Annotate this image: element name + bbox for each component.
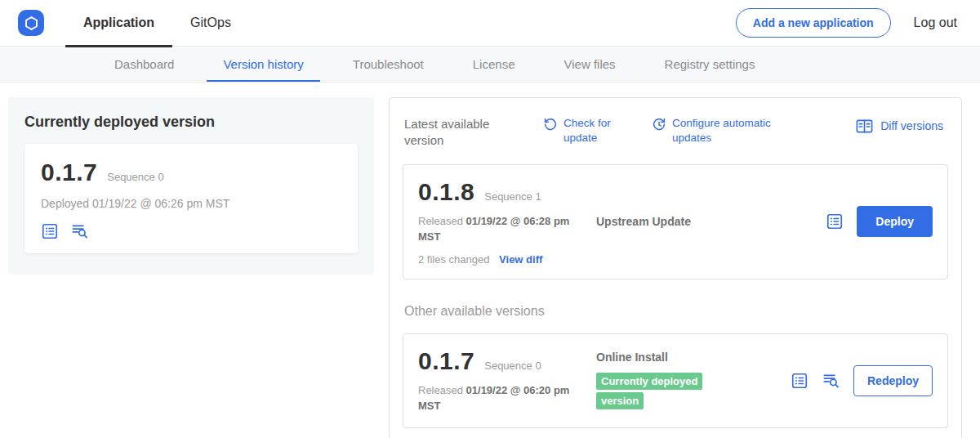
- subnav-license[interactable]: License: [448, 47, 540, 82]
- currently-deployed-title: Currently deployed version: [24, 114, 358, 131]
- latest-available-title: Latest available version: [404, 116, 509, 150]
- view-diff-link[interactable]: View diff: [499, 253, 542, 266]
- subnav-troubleshoot[interactable]: Troubleshoot: [328, 47, 448, 82]
- diff-versions-icon: [855, 117, 874, 136]
- deployed-version-number: 0.1.7: [41, 159, 97, 186]
- other-available-versions-title: Other available versions: [404, 304, 947, 319]
- currently-deployed-badge: Currently deployed version: [596, 373, 702, 409]
- other-released-timestamp: Released 01/19/22 @ 06:20 pm MST: [418, 382, 577, 414]
- main-content: Currently deployed version 0.1.7 Sequenc…: [0, 83, 980, 438]
- check-for-update-label: Check for update: [564, 116, 617, 145]
- other-sequence: Sequence 0: [484, 360, 541, 372]
- subnav-version-history[interactable]: Version history: [198, 47, 327, 82]
- subnav-registry-settings[interactable]: Registry settings: [640, 47, 780, 82]
- tab-gitops[interactable]: GitOps: [172, 0, 249, 47]
- auto-update-icon: [652, 117, 666, 132]
- latest-sequence: Sequence 1: [484, 190, 541, 203]
- subnav-view-files[interactable]: View files: [539, 47, 639, 82]
- subnav-dashboard[interactable]: Dashboard: [90, 47, 198, 82]
- other-version-source: Online Install: [596, 351, 791, 364]
- deployed-version-card: 0.1.7 Sequence 0 Deployed 01/19/22 @ 06:…: [24, 144, 358, 253]
- check-for-update-button[interactable]: Check for update: [543, 116, 617, 145]
- diff-versions-button[interactable]: Diff versions: [855, 116, 943, 136]
- preflight-checks-icon[interactable]: [41, 222, 59, 240]
- configure-automatic-updates-button[interactable]: Configure automatic updates: [652, 116, 777, 145]
- app-sub-nav: Dashboard Version history Troubleshoot L…: [0, 47, 980, 83]
- preflight-checks-icon[interactable]: [791, 372, 808, 390]
- app-logo[interactable]: [18, 10, 44, 36]
- deploy-button[interactable]: Deploy: [857, 206, 933, 237]
- primary-nav: Application GitOps: [65, 0, 249, 47]
- top-header: Application GitOps Add a new application…: [0, 0, 980, 47]
- files-changed-label: 2 files changed: [418, 253, 489, 266]
- deploy-logs-icon[interactable]: [70, 221, 89, 240]
- available-versions-panel: Latest available version Check for updat…: [389, 97, 962, 438]
- configure-automatic-updates-label: Configure automatic updates: [672, 116, 777, 145]
- deployed-sequence: Sequence 0: [107, 171, 163, 183]
- diff-versions-label: Diff versions: [880, 118, 943, 133]
- latest-released-timestamp: Released 01/19/22 @ 06:28 pm MST: [418, 213, 577, 245]
- other-version-number: 0.1.7: [418, 347, 474, 375]
- add-application-button[interactable]: Add a new application: [736, 8, 891, 38]
- logout-link[interactable]: Log out: [914, 16, 960, 30]
- version-card-other: 0.1.7 Sequence 0 Released 01/19/22 @ 06:…: [403, 333, 948, 428]
- deploy-logs-icon[interactable]: [822, 371, 840, 390]
- version-card-latest: 0.1.8 Sequence 1 Released 01/19/22 @ 06:…: [403, 164, 948, 279]
- redeploy-button[interactable]: Redeploy: [853, 365, 933, 396]
- refresh-icon: [543, 117, 558, 132]
- available-versions-header: Latest available version Check for updat…: [403, 111, 948, 150]
- latest-version-source: Upstream Update: [596, 215, 826, 228]
- latest-version-number: 0.1.8: [418, 178, 474, 206]
- deployed-timestamp: Deployed 01/19/22 @ 06:26 pm MST: [41, 197, 341, 210]
- tab-application[interactable]: Application: [65, 0, 172, 47]
- preflight-checks-icon[interactable]: [826, 212, 844, 230]
- currently-deployed-panel: Currently deployed version 0.1.7 Sequenc…: [8, 97, 374, 275]
- hexagon-logo-icon: [24, 16, 39, 31]
